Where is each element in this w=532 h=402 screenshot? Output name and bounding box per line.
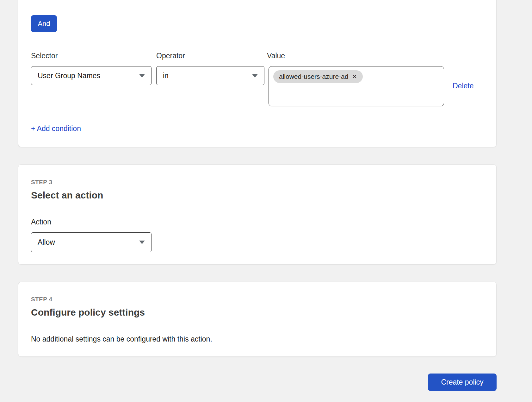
value-label: Value xyxy=(267,52,285,60)
create-policy-button[interactable]: Create policy xyxy=(428,374,497,391)
and-operator-button[interactable]: And xyxy=(31,15,57,32)
value-multiselect-input[interactable]: allowed-users-azure-ad ✕ xyxy=(269,66,444,106)
operator-dropdown[interactable]: in xyxy=(156,66,264,85)
action-dropdown[interactable]: Allow xyxy=(31,232,152,252)
step4-title: Configure policy settings xyxy=(31,307,145,318)
no-settings-note: No additional settings can be configured… xyxy=(31,335,212,343)
step4-eyebrow: STEP 4 xyxy=(31,296,53,303)
selector-dropdown[interactable]: User Group Names xyxy=(31,66,152,85)
step3-eyebrow: STEP 3 xyxy=(31,179,53,186)
delete-condition-link[interactable]: Delete xyxy=(453,81,473,90)
chevron-down-icon xyxy=(139,241,145,244)
step3-card: STEP 3 Select an action Action Allow xyxy=(18,164,497,265)
chevron-down-icon xyxy=(139,74,145,78)
value-tag: allowed-users-azure-ad ✕ xyxy=(273,70,363,83)
selector-label: Selector xyxy=(31,52,58,60)
remove-tag-icon[interactable]: ✕ xyxy=(352,74,357,79)
value-tag-text: allowed-users-azure-ad xyxy=(279,73,348,80)
selector-dropdown-value: User Group Names xyxy=(38,72,100,80)
step4-card: STEP 4 Configure policy settings No addi… xyxy=(18,282,497,357)
policy-builder-page: And Selector Operator Value User Group N… xyxy=(0,0,532,402)
condition-card: And Selector Operator Value User Group N… xyxy=(18,0,497,147)
chevron-down-icon xyxy=(252,74,258,78)
action-dropdown-value: Allow xyxy=(38,238,55,247)
operator-dropdown-value: in xyxy=(163,72,169,80)
action-label: Action xyxy=(31,218,51,226)
operator-label: Operator xyxy=(156,52,185,60)
step3-title: Select an action xyxy=(31,190,103,201)
add-condition-link[interactable]: + Add condition xyxy=(31,124,81,133)
